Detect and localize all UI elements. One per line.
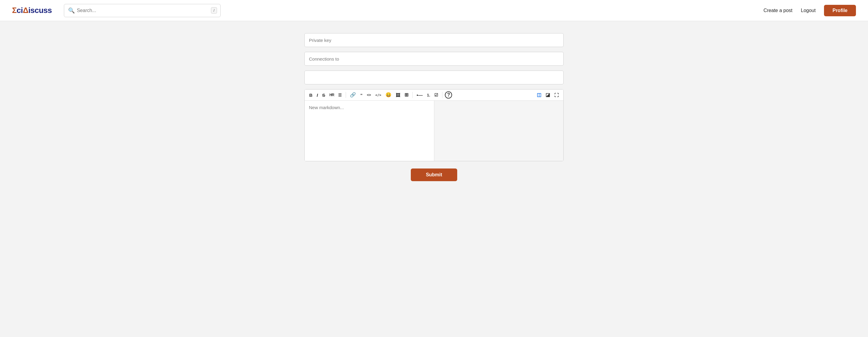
submit-button[interactable]: Submit bbox=[411, 168, 457, 181]
connections-to-input[interactable] bbox=[304, 52, 564, 66]
toolbar-inline-code[interactable]: </> bbox=[374, 92, 383, 98]
toolbar-hr[interactable]: HR bbox=[328, 92, 336, 98]
editor-preview bbox=[434, 101, 564, 161]
toolbar-side-by-side[interactable]: ◪ bbox=[544, 91, 552, 98]
markdown-editor: B I S HR ☰ 🔗 “ <> </> 😀 🖼 ⊞ •— 1. ☑ ? ◫ … bbox=[304, 89, 564, 161]
toolbar-help[interactable]: ? bbox=[445, 91, 452, 98]
search-bar: 🔍 / bbox=[64, 4, 221, 17]
toolbar-emoji[interactable]: 😀 bbox=[384, 91, 393, 98]
editor-toolbar: B I S HR ☰ 🔗 “ <> </> 😀 🖼 ⊞ •— 1. ☑ ? ◫ … bbox=[305, 90, 563, 101]
header: ΣciΔiscuss 🔍 / Create a post Logout Prof… bbox=[0, 0, 868, 21]
toolbar-italic[interactable]: I bbox=[315, 92, 319, 98]
profile-button[interactable]: Profile bbox=[824, 5, 856, 16]
editor-body bbox=[305, 101, 563, 161]
logo-delta: Δ bbox=[23, 6, 28, 15]
toolbar-right: ◫ ◪ ⛶ bbox=[535, 91, 560, 98]
submit-area: Submit bbox=[304, 168, 564, 181]
toolbar-link[interactable]: 🔗 bbox=[348, 91, 358, 98]
private-key-input[interactable] bbox=[304, 33, 564, 47]
main-content: post B I S HR ☰ 🔗 “ <> </> 😀 🖼 ⊞ •— 1. ☑… bbox=[299, 33, 569, 181]
toolbar-strikethrough[interactable]: S bbox=[321, 92, 327, 98]
logo-sigma: Σ bbox=[12, 6, 17, 15]
logo-iscuss: iscuss bbox=[28, 6, 52, 15]
editor-textarea[interactable] bbox=[305, 101, 434, 161]
toolbar-split-icon[interactable]: ◫ bbox=[535, 91, 543, 98]
search-input[interactable] bbox=[64, 4, 221, 17]
toolbar-sep-3 bbox=[442, 92, 442, 98]
toolbar-unordered-list[interactable]: •— bbox=[415, 92, 424, 98]
logout-link[interactable]: Logout bbox=[801, 8, 815, 13]
toolbar-task-list[interactable]: ☑ bbox=[433, 92, 440, 98]
header-nav: Create a post Logout Profile bbox=[764, 5, 856, 16]
logo: ΣciΔiscuss bbox=[12, 6, 52, 15]
toolbar-image[interactable]: 🖼 bbox=[394, 92, 402, 98]
search-icon: 🔍 bbox=[68, 7, 75, 14]
title-input[interactable]: post bbox=[304, 70, 564, 84]
toolbar-ordered-list[interactable]: 1. bbox=[425, 92, 432, 98]
toolbar-heading[interactable]: ☰ bbox=[337, 92, 343, 98]
toolbar-bold[interactable]: B bbox=[308, 92, 314, 98]
toolbar-code[interactable]: <> bbox=[365, 92, 373, 98]
create-post-link[interactable]: Create a post bbox=[764, 8, 792, 13]
search-shortcut-badge: / bbox=[211, 7, 217, 13]
toolbar-fullscreen[interactable]: ⛶ bbox=[553, 91, 560, 98]
toolbar-sep-1 bbox=[346, 92, 346, 98]
toolbar-table[interactable]: ⊞ bbox=[403, 91, 410, 98]
logo-sci: ci bbox=[17, 6, 23, 15]
toolbar-blockquote[interactable]: “ bbox=[359, 92, 364, 98]
